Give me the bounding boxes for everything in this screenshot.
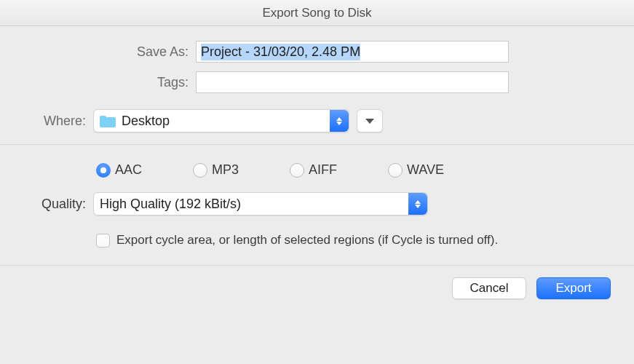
- quality-row: Quality: High Quality (192 kBit/s): [0, 185, 634, 226]
- window-titlebar: Export Song to Disk: [0, 0, 634, 26]
- format-radio-label: WAVE: [407, 162, 444, 178]
- format-radio-label: MP3: [212, 162, 239, 178]
- expand-save-panel-button[interactable]: [357, 109, 383, 132]
- save-as-label: Save As:: [17, 44, 196, 60]
- export-button[interactable]: Export: [536, 277, 611, 299]
- quality-label: Quality:: [17, 197, 93, 212]
- format-radio-mp3[interactable]: MP3: [193, 162, 239, 178]
- format-radio-label: AAC: [115, 162, 142, 178]
- cycle-row: Export cycle area, or length of selected…: [0, 226, 634, 265]
- format-section: AAC MP3 AIFF WAVE: [0, 145, 634, 185]
- export-label: Export: [555, 281, 591, 296]
- tags-label: Tags:: [17, 75, 196, 90]
- radio-icon: [290, 163, 304, 178]
- folder-icon: [100, 114, 116, 127]
- where-row: Where: Desktop: [0, 100, 634, 144]
- radio-icon: [388, 163, 403, 178]
- where-label: Where:: [17, 114, 93, 129]
- where-selected: Desktop: [122, 114, 170, 129]
- popup-arrows-icon: [330, 110, 349, 132]
- cycle-checkbox[interactable]: [96, 234, 110, 248]
- radio-icon: [96, 163, 111, 178]
- save-as-input[interactable]: Project - 31/03/20, 2.48 PM: [196, 41, 509, 63]
- tags-input[interactable]: [196, 71, 509, 93]
- chevron-down-icon: [365, 119, 374, 124]
- quality-selected: High Quality (192 kBit/s): [100, 197, 241, 212]
- format-radio-aac[interactable]: AAC: [96, 162, 142, 178]
- cancel-button[interactable]: Cancel: [452, 277, 526, 299]
- radio-icon: [193, 163, 207, 178]
- format-radio-label: AIFF: [309, 162, 337, 178]
- save-as-value: Project - 31/03/20, 2.48 PM: [201, 44, 360, 60]
- format-radio-aiff[interactable]: AIFF: [290, 162, 337, 178]
- format-radio-group: AAC MP3 AIFF WAVE: [96, 162, 504, 178]
- cancel-label: Cancel: [470, 281, 509, 296]
- dialog-footer: Cancel Export: [0, 266, 634, 299]
- cycle-label: Export cycle area, or length of selected…: [116, 233, 498, 248]
- popup-arrows-icon: [408, 193, 427, 215]
- quality-popup[interactable]: High Quality (192 kBit/s): [93, 192, 428, 215]
- format-radio-wave[interactable]: WAVE: [388, 162, 444, 178]
- window-title: Export Song to Disk: [262, 6, 371, 20]
- save-section: Save As: Project - 31/03/20, 2.48 PM Tag…: [0, 26, 634, 100]
- where-popup[interactable]: Desktop: [93, 109, 349, 132]
